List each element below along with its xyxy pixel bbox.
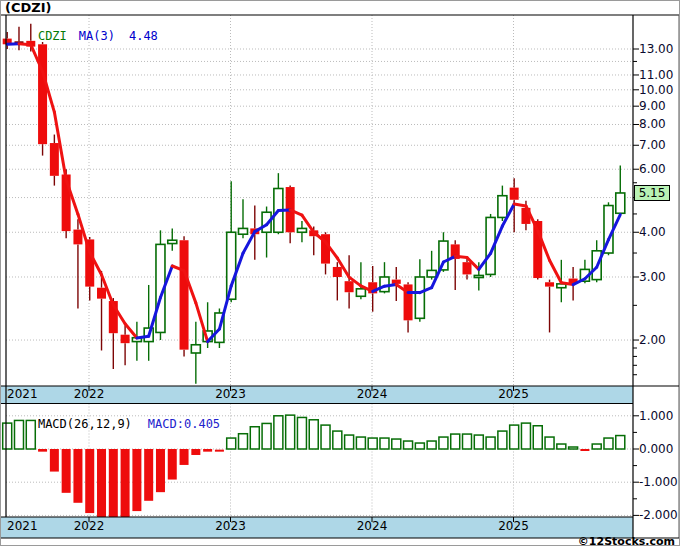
macd-bar-positive	[521, 423, 530, 449]
macd-bar-positive	[297, 417, 306, 449]
ma-line-segment	[514, 204, 526, 206]
chart-legend: CDZIMA(3)4.48	[9, 17, 158, 56]
legend-ma-label: MA(3)	[79, 29, 115, 43]
ma-line-segment	[137, 336, 149, 338]
macd-bar-positive	[227, 438, 236, 449]
year-label: 2024	[357, 387, 388, 402]
macd-bar-negative	[144, 449, 153, 501]
macd-axis-label: 1.000	[639, 409, 673, 423]
macd-bar-negative	[62, 449, 71, 493]
ma-line-segment	[384, 285, 396, 287]
macd-bar-positive	[356, 437, 365, 449]
macd-bar-negative	[191, 449, 200, 455]
year-label: 2021	[7, 387, 38, 402]
macd-bar-positive	[604, 438, 613, 449]
macd-bar-positive	[498, 431, 507, 449]
candle-body-up	[415, 277, 424, 318]
candle-body-up	[474, 275, 483, 277]
candle-body-down	[121, 335, 130, 343]
price-axis-label: 7.00	[639, 138, 666, 152]
candle-body-down	[50, 143, 59, 176]
macd-bar-negative	[38, 449, 47, 452]
candle-body-up	[498, 196, 507, 218]
year-label: 2025	[498, 387, 529, 402]
ma-line-segment	[550, 260, 562, 282]
macd-bar-positive	[427, 441, 436, 449]
macd-bar-positive	[262, 423, 271, 449]
price-axis-label: 13.00	[639, 42, 673, 56]
candle-body-down	[510, 188, 519, 200]
macd-bar-negative	[168, 449, 177, 480]
macd-bar-positive	[557, 444, 566, 449]
candle-body-down	[97, 288, 106, 299]
macd-bar-positive	[239, 434, 248, 449]
candle-body-down	[38, 44, 47, 144]
macd-bar-negative	[132, 449, 141, 511]
price-axis-label: 3.00	[639, 270, 666, 284]
year-label: 2025	[498, 519, 529, 534]
price-axis-label: 4.00	[639, 225, 666, 239]
macd-bar-positive	[286, 415, 295, 449]
candle-body-down	[545, 282, 554, 286]
macd-bar-flat	[580, 449, 589, 451]
price-axis-label: 10.00	[639, 83, 673, 97]
macd-bar-positive	[345, 435, 354, 449]
macd-bar-negative	[50, 449, 59, 472]
macd-bar-negative	[180, 449, 189, 465]
candlestick-macd-chart-canvas	[1, 1, 680, 546]
macd-bar-positive	[545, 437, 554, 449]
macd-legend: MACD(26,12,9)MACD:0.405	[9, 405, 220, 444]
ma-line-segment	[561, 283, 573, 285]
year-label: 2024	[357, 519, 388, 534]
macd-bar-negative	[73, 449, 82, 503]
legend-symbol: CDZI	[38, 29, 67, 43]
macd-axis-label: -2.000	[639, 508, 678, 522]
macd-axis-label: 0.000	[639, 442, 673, 456]
macd-current-value: MACD:0.405	[148, 417, 220, 431]
ma-line-segment	[196, 303, 208, 342]
price-axis-label: 8.00	[639, 117, 666, 131]
candle-body-up	[239, 228, 248, 234]
price-axis-label: 11.00	[639, 68, 673, 82]
macd-bar-positive	[474, 435, 483, 449]
candle-body-down	[345, 281, 354, 292]
price-axis-label: 6.00	[639, 162, 666, 176]
macd-bar-negative	[156, 449, 165, 492]
macd-bar-positive	[592, 444, 601, 449]
macd-bar-negative	[121, 449, 130, 517]
macd-params-label: MACD(26,12,9)	[38, 417, 132, 431]
candle-body-down	[463, 262, 472, 274]
year-label: 2022	[74, 387, 105, 402]
macd-bar-negative	[97, 449, 106, 517]
legend-ma-value: 4.48	[129, 29, 158, 43]
year-label: 2021	[7, 519, 38, 534]
stock-chart-window: (CDZI) CDZIMA(3)4.48 MACD(26,12,9)MACD:0…	[0, 0, 680, 546]
macd-bar-positive	[321, 425, 330, 449]
macd-bar-positive	[392, 439, 401, 449]
macd-bar-positive	[415, 443, 424, 449]
macd-bar-positive	[616, 436, 625, 449]
macd-bar-positive	[569, 447, 578, 449]
macd-axis-label: -1.000	[639, 475, 678, 489]
macd-bar-positive	[274, 416, 283, 449]
candle-body-up	[427, 270, 436, 277]
year-label: 2022	[74, 519, 105, 534]
macd-bar-positive	[309, 420, 318, 449]
macd-bar-positive	[333, 431, 342, 449]
copyright-watermark: ©12Stocks.com	[578, 535, 675, 546]
ma-line-segment	[455, 256, 467, 257]
candle-body-up	[168, 240, 177, 243]
ma-line-segment	[219, 286, 231, 329]
candle-body-up	[191, 345, 200, 353]
macd-bar-positive	[380, 438, 389, 449]
candle-body-up	[616, 193, 625, 213]
price-axis-label: 2.00	[639, 333, 666, 347]
page-title: (CDZI)	[5, 1, 51, 15]
year-label: 2023	[215, 387, 246, 402]
candle-body-down	[180, 240, 189, 349]
macd-bar-positive	[510, 425, 519, 449]
macd-bar-negative	[85, 449, 94, 513]
macd-bar-negative	[203, 449, 212, 452]
macd-bar-flat	[215, 450, 224, 452]
candle-body-down	[73, 230, 82, 245]
